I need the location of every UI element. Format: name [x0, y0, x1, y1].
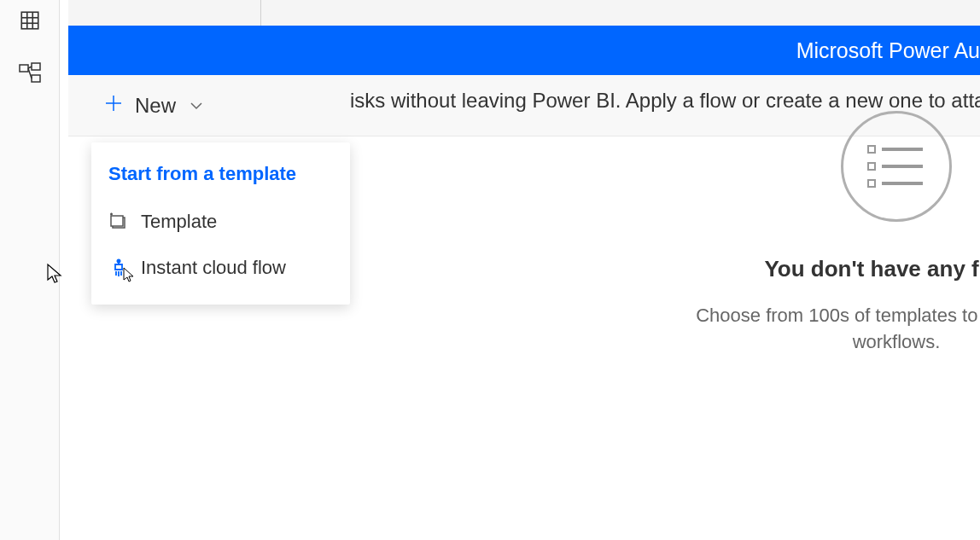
- template-icon: [108, 212, 129, 232]
- tab-area: [68, 0, 980, 26]
- chevron-down-icon: [190, 99, 203, 113]
- empty-state-title: You don't have any flows: [666, 256, 980, 282]
- svg-rect-19: [868, 163, 875, 170]
- new-button[interactable]: New: [94, 85, 213, 125]
- svg-rect-7: [32, 75, 40, 82]
- table-icon[interactable]: [16, 7, 44, 34]
- new-label: New: [135, 94, 176, 118]
- svg-rect-17: [868, 146, 875, 153]
- model-icon[interactable]: [16, 60, 44, 87]
- new-dropdown-menu: Start from a template Template I: [91, 142, 350, 305]
- svg-point-16: [117, 259, 121, 264]
- svg-rect-0: [21, 12, 38, 29]
- empty-state-subtitle: Choose from 100s of templates to start a…: [666, 303, 980, 356]
- app-header: Microsoft Power Au: [68, 26, 980, 75]
- empty-list-icon: [841, 111, 952, 222]
- svg-rect-6: [32, 63, 40, 70]
- dropdown-item-template[interactable]: Template: [91, 199, 350, 245]
- empty-state: You don't have any flows Choose from 100…: [666, 111, 980, 356]
- plus-icon: [104, 92, 123, 119]
- description-text: isks without leaving Power BI. Apply a f…: [350, 89, 980, 113]
- dropdown-item-label: Instant cloud flow: [141, 257, 286, 279]
- left-sidebar: [0, 0, 60, 540]
- main-area: Microsoft Power Au New Start from a temp…: [68, 0, 980, 540]
- svg-rect-5: [20, 65, 28, 72]
- dropdown-item-label: Template: [141, 211, 217, 233]
- svg-rect-21: [868, 180, 875, 187]
- instant-flow-icon: [108, 258, 129, 278]
- dropdown-item-instant-flow[interactable]: Instant cloud flow: [91, 245, 350, 291]
- svg-rect-13: [111, 216, 123, 226]
- app-title: Microsoft Power Au: [199, 38, 980, 63]
- dropdown-header: Start from a template: [91, 156, 350, 199]
